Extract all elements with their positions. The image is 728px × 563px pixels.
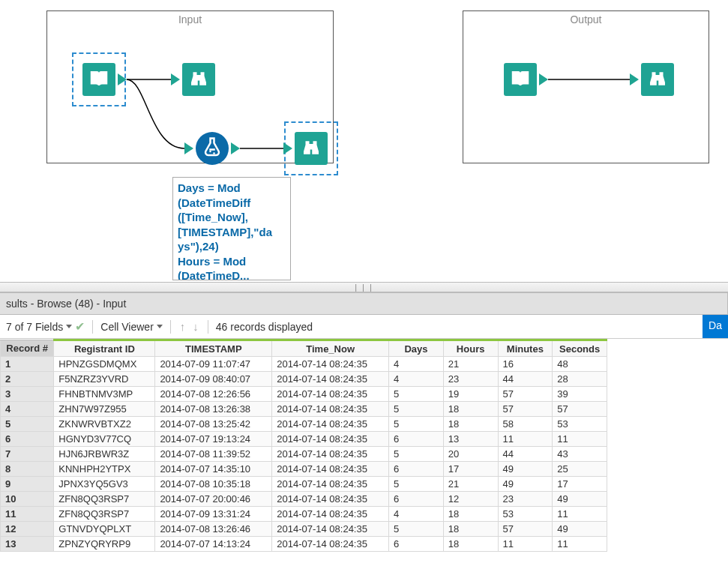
cell-timenow[interactable]: 2014-07-14 08:24:35 [272, 417, 389, 432]
cell-seconds[interactable]: 11 [553, 537, 607, 552]
table-row[interactable]: 5ZKNWRVBTXZ22014-07-08 13:25:422014-07-1… [1, 417, 607, 432]
cell-hours[interactable]: 12 [443, 492, 498, 507]
formula-annotation[interactable]: Days = Mod (DateTimeDiff ([Time_Now], [T… [172, 177, 291, 280]
cell-hours[interactable]: 18 [443, 402, 498, 417]
cell-timenow[interactable]: 2014-07-14 08:24:35 [272, 432, 389, 447]
sort-desc-button[interactable]: ↓ [191, 320, 200, 333]
cell-registrant[interactable]: HGNYD3V77CQ [54, 432, 155, 447]
cell-registrant[interactable]: FHNBTNMV3MP [54, 387, 155, 402]
results-grid-wrap[interactable]: Record # Registrant ID TIMESTAMP Time_No… [0, 339, 728, 552]
cell-minutes[interactable]: 44 [498, 447, 553, 462]
cell-hours[interactable]: 17 [443, 462, 498, 477]
cell-timestamp[interactable]: 2014-07-07 20:00:46 [155, 492, 272, 507]
cell-seconds[interactable]: 49 [553, 492, 607, 507]
cell-seconds[interactable]: 11 [553, 507, 607, 522]
row-number[interactable]: 8 [1, 462, 54, 477]
results-grid[interactable]: Record # Registrant ID TIMESTAMP Time_No… [0, 339, 607, 552]
cell-minutes[interactable]: 11 [498, 432, 553, 447]
table-row[interactable]: 3FHNBTNMV3MP2014-07-08 12:26:562014-07-1… [1, 387, 607, 402]
cell-hours[interactable]: 19 [443, 387, 498, 402]
cell-registrant[interactable]: HPNZGSDMQMX [54, 357, 155, 372]
table-row[interactable]: 12GTNVDYQPLXT2014-07-08 13:26:462014-07-… [1, 522, 607, 537]
cell-timenow[interactable]: 2014-07-14 08:24:35 [272, 477, 389, 492]
cell-registrant[interactable]: ZKNWRVBTXZ2 [54, 417, 155, 432]
table-row[interactable]: 4ZHN7W97Z9552014-07-08 13:26:382014-07-1… [1, 402, 607, 417]
cell-registrant[interactable]: HJN6JRBWR3Z [54, 447, 155, 462]
cell-minutes[interactable]: 53 [498, 507, 553, 522]
fields-dropdown[interactable]: 7 of 7 Fields ✔ [6, 319, 85, 334]
cell-timenow[interactable]: 2014-07-14 08:24:35 [272, 357, 389, 372]
cell-timenow[interactable]: 2014-07-14 08:24:35 [272, 462, 389, 477]
cell-seconds[interactable]: 49 [553, 522, 607, 537]
cell-timestamp[interactable]: 2014-07-09 11:07:47 [155, 357, 272, 372]
table-row[interactable]: 13ZPNZYQRYRP92014-07-07 14:13:242014-07-… [1, 537, 607, 552]
cell-seconds[interactable]: 11 [553, 432, 607, 447]
cell-viewer-dropdown[interactable]: Cell Viewer [100, 321, 163, 333]
col-minutes[interactable]: Minutes [498, 340, 553, 357]
cell-timestamp[interactable]: 2014-07-07 19:13:24 [155, 432, 272, 447]
cell-days[interactable]: 5 [389, 387, 444, 402]
cell-registrant[interactable]: GTNVDYQPLXT [54, 522, 155, 537]
col-registrant[interactable]: Registrant ID [54, 340, 155, 357]
row-number[interactable]: 1 [1, 357, 54, 372]
row-number[interactable]: 4 [1, 402, 54, 417]
cell-minutes[interactable]: 23 [498, 492, 553, 507]
cell-timestamp[interactable]: 2014-07-08 13:26:38 [155, 402, 272, 417]
cell-timenow[interactable]: 2014-07-14 08:24:35 [272, 507, 389, 522]
cell-minutes[interactable]: 16 [498, 357, 553, 372]
cell-timenow[interactable]: 2014-07-14 08:24:35 [272, 402, 389, 417]
col-hours[interactable]: Hours [443, 340, 498, 357]
cell-minutes[interactable]: 57 [498, 402, 553, 417]
row-number[interactable]: 11 [1, 507, 54, 522]
cell-timenow[interactable]: 2014-07-14 08:24:35 [272, 537, 389, 552]
cell-timenow[interactable]: 2014-07-14 08:24:35 [272, 387, 389, 402]
cell-registrant[interactable]: JPNX3YQ5GV3 [54, 477, 155, 492]
cell-seconds[interactable]: 43 [553, 447, 607, 462]
cell-hours[interactable]: 20 [443, 447, 498, 462]
cell-timestamp[interactable]: 2014-07-08 13:25:42 [155, 417, 272, 432]
cell-hours[interactable]: 21 [443, 357, 498, 372]
table-row[interactable]: 9JPNX3YQ5GV32014-07-08 10:35:182014-07-1… [1, 477, 607, 492]
cell-timestamp[interactable]: 2014-07-08 10:35:18 [155, 477, 272, 492]
cell-days[interactable]: 5 [389, 447, 444, 462]
col-record[interactable]: Record # [1, 340, 54, 357]
cell-minutes[interactable]: 11 [498, 537, 553, 552]
row-number[interactable]: 13 [1, 537, 54, 552]
cell-days[interactable]: 4 [389, 357, 444, 372]
cell-seconds[interactable]: 17 [553, 477, 607, 492]
row-number[interactable]: 9 [1, 477, 54, 492]
cell-timenow[interactable]: 2014-07-14 08:24:35 [272, 522, 389, 537]
table-row[interactable]: 1HPNZGSDMQMX2014-07-09 11:07:472014-07-1… [1, 357, 607, 372]
horizontal-splitter[interactable]: | | | [0, 282, 728, 292]
cell-minutes[interactable]: 44 [498, 372, 553, 387]
row-number[interactable]: 6 [1, 432, 54, 447]
cell-timestamp[interactable]: 2014-07-07 14:35:10 [155, 462, 272, 477]
col-timenow[interactable]: Time_Now [272, 340, 389, 357]
cell-timestamp[interactable]: 2014-07-09 13:31:24 [155, 507, 272, 522]
cell-registrant[interactable]: ZPNZYQRYRP9 [54, 537, 155, 552]
cell-seconds[interactable]: 57 [553, 402, 607, 417]
cell-seconds[interactable]: 25 [553, 462, 607, 477]
cell-registrant[interactable]: ZFN8QQ3RSP7 [54, 507, 155, 522]
cell-seconds[interactable]: 39 [553, 387, 607, 402]
cell-timestamp[interactable]: 2014-07-08 13:26:46 [155, 522, 272, 537]
col-days[interactable]: Days [389, 340, 444, 357]
cell-days[interactable]: 5 [389, 522, 444, 537]
table-row[interactable]: 2F5NZRZ3YVRD2014-07-09 08:40:072014-07-1… [1, 372, 607, 387]
cell-seconds[interactable]: 48 [553, 357, 607, 372]
cell-timestamp[interactable]: 2014-07-08 12:26:56 [155, 387, 272, 402]
table-row[interactable]: 7HJN6JRBWR3Z2014-07-08 11:39:522014-07-1… [1, 447, 607, 462]
row-number[interactable]: 7 [1, 447, 54, 462]
cell-minutes[interactable]: 57 [498, 387, 553, 402]
cell-days[interactable]: 4 [389, 372, 444, 387]
col-timestamp[interactable]: TIMESTAMP [155, 340, 272, 357]
table-row[interactable]: 8KNNHPH2YTPX2014-07-07 14:35:102014-07-1… [1, 462, 607, 477]
cell-timestamp[interactable]: 2014-07-07 14:13:24 [155, 537, 272, 552]
cell-registrant[interactable]: F5NZRZ3YVRD [54, 372, 155, 387]
cell-days[interactable]: 5 [389, 402, 444, 417]
cell-minutes[interactable]: 49 [498, 477, 553, 492]
cell-timestamp[interactable]: 2014-07-09 08:40:07 [155, 372, 272, 387]
cell-days[interactable]: 6 [389, 432, 444, 447]
table-row[interactable]: 6HGNYD3V77CQ2014-07-07 19:13:242014-07-1… [1, 432, 607, 447]
row-number[interactable]: 12 [1, 522, 54, 537]
